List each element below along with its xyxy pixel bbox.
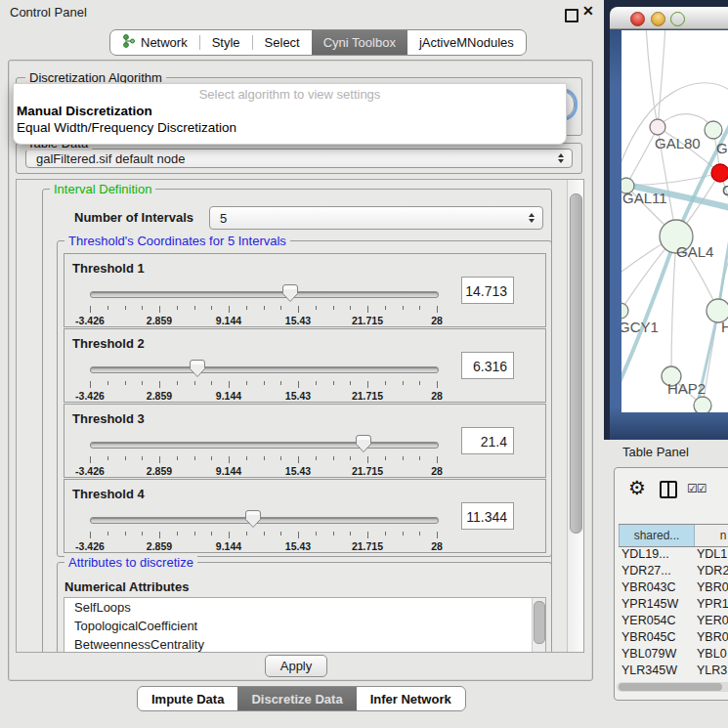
tick-mark [403,456,404,460]
table-row[interactable]: YDR27...YDR2 [619,563,728,579]
network-edge[interactable] [658,30,665,127]
tab-jactivemnodules[interactable]: jActiveMNodules [407,30,526,55]
slider-thumb[interactable] [281,283,299,303]
main-scrollbar[interactable] [567,180,583,652]
slider-thumb[interactable] [355,434,372,453]
tick-mark [211,532,212,535]
network-node[interactable] [650,119,665,135]
attribute-list-item[interactable]: SelfLoops [64,598,545,617]
network-window-titlebar[interactable] [610,7,728,29]
num-intervals-combobox[interactable]: 5 [209,206,543,230]
tick-mark [142,381,143,385]
network-canvas[interactable]: GAL80GCGAL11GAL4GCY1HHAP2 [621,30,728,412]
table-data-combobox[interactable]: galFiltered.sif default node [25,149,573,168]
tab-label: Style [212,35,240,50]
tab-style[interactable]: Style [200,30,252,55]
tick-label: 2.859 [147,315,172,326]
threshold-value-field[interactable]: 21.4 [461,427,514,454]
apply-button[interactable]: Apply [265,655,327,677]
slider-track[interactable] [90,291,439,298]
settings-scrollpane: Interval Definition Number of Intervals … [16,179,584,653]
slider-thumb[interactable] [189,359,206,378]
tab-impute-data[interactable]: Impute Data [138,687,237,710]
table-row[interactable]: YBR045CYBR0 [619,629,728,646]
network-node-label: G [716,140,728,156]
attribute-list-item[interactable]: TopologicalCoefficient [64,617,545,635]
table-row[interactable]: YBR043CYBR0 [619,579,728,596]
tab-network[interactable]: Network [110,30,199,55]
attribute-list-item[interactable]: BetweennessCentrality [64,635,545,653]
tab-label: Select [265,35,300,50]
tick-label: 21.715 [352,390,383,402]
table-data-value: galFiltered.sif default node [36,151,185,166]
column-header-shared[interactable]: shared... [619,525,695,546]
tab-select[interactable]: Select [253,30,312,55]
tick-mark [159,532,160,538]
tab-infer-network[interactable]: Infer Network [357,687,465,710]
network-graph: GAL80GCGAL11GAL4GCY1HHAP2 [621,30,728,412]
threshold-value-field[interactable]: 6.316 [461,352,514,379]
tick-label: 15.43 [285,540,311,552]
tick-mark [125,456,126,460]
slider-track[interactable] [90,442,439,449]
tick-mark [298,381,299,388]
threshold-label: Threshold 4 [72,487,145,501]
tick-label: 2.859 [147,540,172,552]
network-edge[interactable] [646,30,658,127]
tick-mark [177,381,178,385]
tick-mark [194,306,195,310]
table-row[interactable]: YBL079WYBL0 [619,646,728,663]
network-edge-highlighted[interactable] [621,236,676,382]
application-window: Control Panel ✕ Network Style Se [0,0,728,728]
network-edge[interactable] [626,127,658,186]
slider-thumb[interactable] [244,509,262,529]
network-node[interactable] [694,397,711,412]
main-scrollbar-thumb[interactable] [570,193,582,534]
minimize-traffic-light-icon[interactable] [651,12,665,26]
table-row[interactable]: YLR345WYLR3 [619,663,728,679]
threshold-label: Threshold 1 [72,261,145,276]
table-row[interactable]: YER054CYER0 [619,613,728,629]
panel-title: Control Panel [10,5,87,20]
close-traffic-light-icon[interactable] [630,12,645,26]
list-scrollbar-thumb[interactable] [534,601,545,644]
tick-mark [90,456,91,463]
threshold-slider[interactable]: -3.4262.8599.14415.4321.71528 [90,434,437,475]
table-row[interactable]: YDL19...YDL1 [619,546,728,563]
column-header-name[interactable]: n [695,525,728,546]
popup-option-manual[interactable]: Manual Discretization [17,104,152,118]
table-row[interactable]: YPR145WYPR1 [619,596,728,613]
split-column-icon[interactable] [660,481,677,498]
attributes-listbox[interactable]: SelfLoopsTopologicalCoefficientBetweenne… [64,597,546,653]
tab-discretize-data[interactable]: Discretize Data [237,687,356,710]
tab-cyni-toolbox[interactable]: Cyni Toolbox [312,30,407,55]
gear-icon[interactable]: ⚙ [628,476,646,499]
zoom-traffic-light-icon[interactable] [670,12,685,26]
slider-track[interactable] [90,517,439,524]
threshold-value-field[interactable]: 11.344 [461,502,514,530]
table-hscrollbar[interactable] [617,682,728,692]
threshold-slider[interactable]: -3.4262.8599.14415.4321.71528 [90,359,437,400]
tick-label: 15.43 [285,465,311,477]
popup-option-equal-width[interactable]: Equal Width/Frequency Discretization [17,120,236,135]
threshold-panel-2: Threshold 2 -3.4262.8599.14415.4321.7152… [64,328,546,403]
threshold-slider[interactable]: -3.4262.8599.14415.4321.71528 [90,283,437,324]
network-node[interactable] [711,164,728,182]
threshold-value-field[interactable]: 14.713 [461,277,514,304]
float-window-icon[interactable] [565,9,578,22]
tick-label: 21.715 [352,540,383,552]
tick-mark [316,456,317,460]
tick-mark [142,532,143,535]
slider-track[interactable] [90,366,439,373]
table-header-row: shared... n [619,524,728,547]
threshold-slider[interactable]: -3.4262.8599.14415.4321.71528 [90,509,437,550]
network-node[interactable] [705,121,722,139]
checkbox-icons[interactable]: ☑☑ [687,482,707,495]
list-scrollbar[interactable] [532,598,545,653]
tick-mark [177,456,178,460]
close-icon[interactable]: ✕ [582,3,594,19]
bottom-tab-bar: Impute Data Discretize Data Infer Networ… [137,686,466,711]
table-hscrollbar-thumb[interactable] [619,683,722,691]
tick-mark [385,456,386,460]
network-node[interactable] [621,303,628,319]
